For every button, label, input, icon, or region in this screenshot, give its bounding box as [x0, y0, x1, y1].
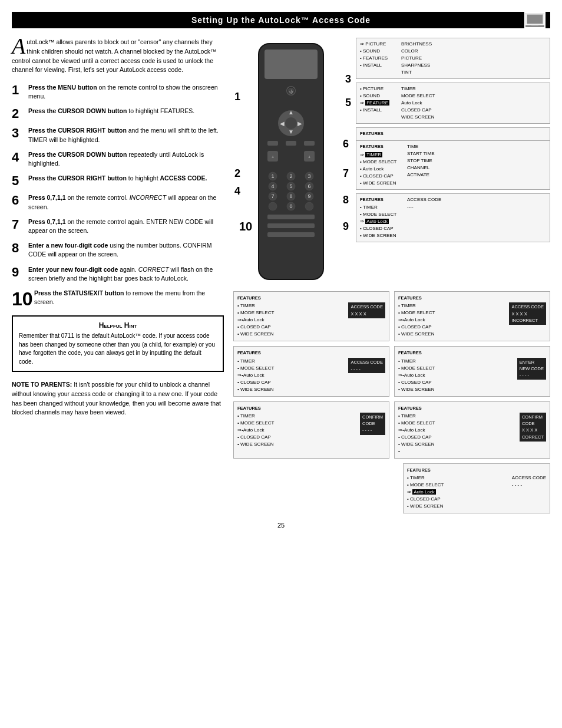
step-text-4: Press the CURSOR DOWN button repeatedly …	[28, 150, 224, 168]
s8r-title: FEATURES	[398, 405, 546, 411]
ms-al-ac-value: ----	[407, 203, 441, 210]
step-text-2: Press the CURSOR DOWN button to highligh…	[28, 107, 194, 116]
menu-screen-main-left: ⇒ PICTURE • SOUND • FEATURES • INSTALL	[360, 41, 401, 76]
s7r-timer: • TIMER	[398, 358, 435, 365]
s5l-widescreen: • WIDE SCREEN	[237, 331, 274, 338]
step-3: 3 Press the CURSOR RIGHT button and the …	[12, 126, 224, 144]
step-4: 4 Press the CURSOR DOWN button repeatedl…	[12, 150, 224, 168]
ms-td-stoptime: STOP TIME	[407, 157, 435, 164]
step-1: 1 Press the MENU button on the remote co…	[12, 83, 224, 101]
s8l-modesel: • MODE SELECT	[237, 420, 274, 427]
s7r-enter-label: ENTER	[520, 359, 544, 365]
s7l-widescreen: • WIDE SCREEN	[237, 386, 274, 393]
svg-rect-55	[267, 215, 315, 219]
s5l-ac-label: ACCESS CODE	[351, 304, 383, 310]
step-label-7: 7	[343, 167, 349, 180]
ms-main-picture: ⇒ PICTURE	[360, 41, 401, 48]
svg-point-44	[305, 202, 313, 210]
svg-text:0: 0	[289, 203, 292, 209]
s6r-title: FEATURES	[398, 295, 546, 301]
sf-autolock: ⇒ Auto Lock	[407, 489, 444, 496]
ms-main-picture-val: PICTURE	[401, 55, 432, 62]
sf-title: FEATURES	[407, 467, 546, 473]
page-header: Setting Up the AutoLock™ Access Code	[12, 12, 550, 28]
s7r-ac-box: ENTER NEW CODE - - - -	[517, 358, 546, 380]
menu-screen-autolock-hl: FEATURES • TIMER • MODE SELECT ⇒ Auto Lo…	[356, 193, 550, 242]
s7l-title: FEATURES	[237, 350, 385, 356]
svg-rect-16	[304, 141, 315, 146]
s7r-ac-value: - - - -	[520, 372, 544, 378]
step-text-9: Enter your new four-digit code again. CO…	[28, 265, 224, 283]
s5l-closedcap: • CLOSED CAP	[237, 324, 274, 331]
s8l-autolock: ⇒•Auto Lock	[237, 427, 274, 434]
sf-modesel: • MODE SELECT	[407, 482, 444, 489]
s5l-body: • TIMER • MODE SELECT ⇒•Auto Lock • CLOS…	[237, 302, 385, 338]
step-text-8: Enter a new four-digit code using the nu…	[28, 241, 224, 259]
sf-ac-value: - - - -	[512, 482, 546, 489]
ms-td-timer-hl: ⇒ TIMER	[360, 151, 407, 159]
svg-text:5: 5	[289, 183, 292, 189]
ms-main-install: • INSTALL	[360, 62, 401, 69]
ms-main-features: • FEATURES	[360, 55, 401, 62]
ms-td-channel: CHANNEL	[407, 164, 435, 172]
ms-td-time: TIME	[407, 143, 435, 150]
ms-f-timer: TIMER	[401, 85, 435, 93]
s6r-ac-value: X X X X	[511, 311, 544, 317]
s6r-ac-label: ACCESS CODE	[511, 304, 544, 310]
s8r-bullet-extra: •	[398, 448, 435, 455]
step-8: 8 Enter a new four-digit code using the …	[12, 241, 224, 259]
ms-main-tint: TINT	[401, 69, 432, 76]
s8l-ac-box: CONFIRM CODE - - - -	[360, 413, 385, 435]
ms-main-sound: • SOUND	[360, 48, 401, 55]
step-6: 6 Press 0,7,1,1 on the remote control. I…	[12, 193, 224, 211]
s8r-widescreen: • WIDE SCREEN	[398, 441, 435, 448]
intro-body: utoLock™ allows parents to block out or …	[12, 38, 216, 73]
step-label-9: 9	[343, 220, 349, 233]
s7r-title: FEATURES	[398, 350, 546, 356]
sf-timer: • TIMER	[407, 475, 444, 482]
svg-text:+: +	[272, 154, 275, 160]
svg-text:6: 6	[308, 183, 310, 189]
ms-td-widescreen: • WIDE SCREEN	[360, 180, 407, 187]
s5l-title: FEATURES	[237, 295, 385, 301]
right-column: 1 2 4 3 5 10 6 7 8 9	[233, 38, 550, 513]
step-label-1: 1	[234, 91, 240, 103]
step-num-4: 4	[12, 151, 28, 164]
menu-screen-main-right: BRIGHTNESS COLOR PICTURE SHARPNESS TINT	[401, 41, 432, 76]
step-label-4: 4	[234, 185, 240, 197]
ms-al-title: FEATURES	[360, 196, 407, 203]
s5l-ac-box: ACCESS CODE X X X X	[348, 302, 385, 318]
ms-f-picture: • PICTURE	[360, 85, 401, 93]
ms-al-closedcap: • CLOSED CAP	[360, 225, 407, 232]
s8r-confirm-label: CONFIRM	[522, 414, 544, 420]
steps-list: 1 Press the MENU button on the remote co…	[12, 83, 224, 308]
ms-td-left: FEATURES ⇒ TIMER • MODE SELECT • Auto Lo…	[360, 143, 407, 186]
s6r-autolock: ⇒•Auto Lock	[398, 317, 435, 324]
ms-al-widescreen: • WIDE SCREEN	[360, 232, 407, 239]
s7r-widescreen: • WIDE SCREEN	[398, 386, 435, 393]
row-confirm-code: FEATURES • TIMER • MODE SELECT ⇒•Auto Lo…	[233, 401, 550, 459]
screen-step8-right: FEATURES • TIMER • MODE SELECT ⇒•Auto Lo…	[394, 401, 550, 459]
svg-text:7: 7	[271, 193, 274, 199]
ms-al-autolock-hl: ⇒ Auto Lock	[360, 218, 407, 225]
helpful-hint-box: Helpful Hint Remember that 0711 is the d…	[12, 315, 224, 372]
sf-items: • TIMER • MODE SELECT ⇒ Auto Lock • CLOS…	[407, 475, 444, 510]
ms-td-closedcap: • CLOSED CAP	[360, 173, 407, 180]
ms-f-right: TIMER MODE SELECT Auto Lock CLOSED CAP W…	[401, 85, 435, 121]
page-title: Setting Up the AutoLock™ Access Code	[191, 15, 371, 25]
step-text-6: Press 0,7,1,1 on the remote control. INC…	[28, 193, 224, 211]
svg-rect-14	[267, 141, 278, 146]
s8l-code-label: CODE	[362, 420, 383, 427]
s6r-ac-box: ACCESS CODE X X X X INCORRECT	[509, 302, 546, 325]
s8l-widescreen: • WIDE SCREEN	[237, 441, 274, 448]
svg-rect-1	[527, 15, 543, 24]
s7r-modesel: • MODE SELECT	[398, 365, 435, 372]
step-label-2: 2	[234, 167, 240, 180]
menu-screen-timer-detail: FEATURES ⇒ TIMER • MODE SELECT • Auto Lo…	[356, 140, 550, 189]
menu-screen-features-hl: • PICTURE • SOUND ⇒ FEATURE • INSTALL TI…	[356, 83, 550, 124]
sf-right: ACCESS CODE - - - -	[512, 475, 546, 510]
step-text-1: Press the MENU button on the remote cont…	[28, 83, 224, 101]
step-text-7: Press 0,7,1,1 on the remote control agai…	[28, 218, 224, 235]
s8l-ac-value: - - - -	[362, 427, 383, 433]
ms-f-sound: • SOUND	[360, 93, 401, 100]
